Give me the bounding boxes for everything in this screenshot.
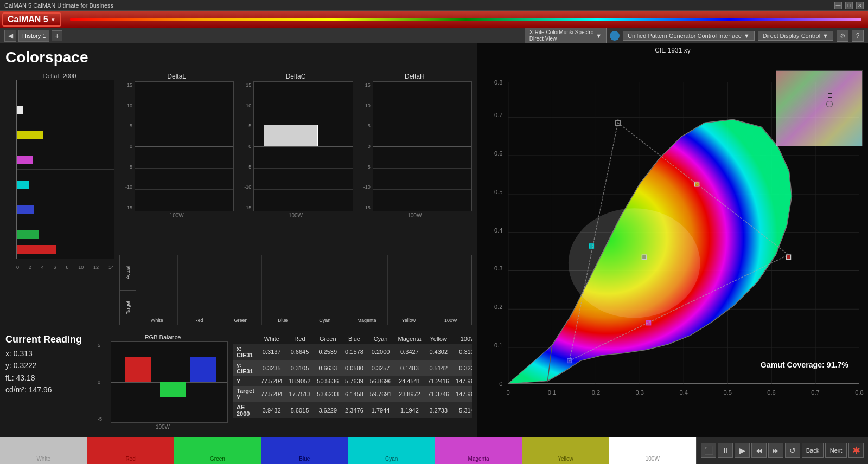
logo-dropdown-arrow: ▼ [50, 17, 56, 23]
svg-text:0.4: 0.4 [680, 389, 688, 396]
row-label: Target Y [233, 386, 258, 402]
star-button[interactable]: ✱ [848, 443, 864, 458]
deltaL-bottom-label: 100W [119, 212, 234, 218]
row-label: Y [233, 376, 258, 386]
deltaC-white-bar [264, 125, 318, 146]
col-blue: Blue [342, 334, 367, 344]
device3-dropdown-icon: ▼ [822, 33, 828, 39]
reading-x: x: 0.313 [5, 347, 92, 359]
swatch-blue-label: Blue [278, 315, 288, 325]
tab-bar: ◀ History 1 + X-Rite ColorMunki SpectroD… [0, 28, 868, 43]
cell-value: 147.9622 [452, 386, 472, 402]
cell-value: 0.2539 [314, 344, 342, 360]
nav-back-button[interactable]: ◀ [4, 30, 16, 42]
strip-magenta[interactable]: Magenta [435, 437, 522, 464]
device3-selector[interactable]: Direct Display Control ▼ [758, 31, 833, 41]
strip-100w[interactable]: 100W [609, 437, 696, 464]
table-row: ΔE 20003.94325.60153.62292.34761.79441.1… [233, 402, 472, 418]
bottom-controls: ⬛ ⏸ ▶ ⏮ ⏭ ↺ Back Next ✱ [696, 437, 868, 464]
title-text: CalMAN 5 CalMAN Ultimate for Business [4, 2, 113, 9]
tab-history-1[interactable]: History 1 [18, 30, 49, 42]
strip-red[interactable]: Red [87, 437, 174, 464]
table-row: y: CIE310.32350.31050.66330.05800.32570.… [233, 360, 472, 376]
cell-value: 71.2416 [424, 376, 452, 386]
svg-text:0.8: 0.8 [494, 79, 502, 86]
cell-value: 0.1483 [395, 360, 425, 376]
cell-value: 0.3130 [452, 344, 472, 360]
svg-text:0.6: 0.6 [494, 150, 502, 157]
rgb-balance-chart-area [111, 341, 228, 423]
title-bar-controls: — □ ✕ [834, 2, 864, 9]
device1-label: X-Rite ColorMunki SpectroDirect View [529, 29, 593, 42]
play-button[interactable]: ▶ [735, 443, 750, 458]
swatch-100w-label: 100W [444, 315, 457, 325]
svg-text:0.3: 0.3 [636, 389, 644, 396]
rgb-green-bar [160, 382, 186, 397]
svg-text:0.5: 0.5 [723, 389, 731, 396]
device2-dropdown-icon: ▼ [744, 33, 750, 39]
strip-yellow-label: Yellow [558, 456, 573, 462]
deltae-bar-cyan [17, 180, 114, 190]
settings-button[interactable]: ⚙ [837, 30, 848, 42]
device1-selector[interactable]: X-Rite ColorMunki SpectroDirect View ▼ [525, 28, 607, 44]
cell-value: 5.3148 [452, 402, 472, 418]
strip-green[interactable]: Green [174, 437, 261, 464]
svg-text:0.8: 0.8 [855, 389, 863, 396]
deltaL-title: DeltaL [119, 73, 234, 80]
svg-text:0.4: 0.4 [494, 227, 502, 234]
deltae-chart-container: 0 2 4 6 8 10 12 14 [5, 80, 114, 270]
next-skip-button[interactable]: ⏭ [768, 443, 783, 458]
deltaL-chart-area [135, 81, 234, 211]
help-button[interactable]: ? [852, 30, 864, 42]
strip-cyan-label: Cyan [385, 456, 398, 462]
col-magenta: Magenta [395, 334, 425, 344]
cell-value: 77.5204 [258, 386, 286, 402]
cell-value: 18.9052 [286, 376, 314, 386]
swatch-white: White [136, 255, 178, 325]
back-button[interactable]: Back [802, 443, 824, 458]
charts-row: DeltaE 2000 [5, 73, 472, 325]
prev-button[interactable]: ⏮ [751, 443, 767, 458]
pause-button[interactable]: ⏸ [718, 443, 733, 458]
deltae-x-axis: 0 2 4 6 8 10 12 14 [16, 265, 114, 270]
title-bar: CalMAN 5 CalMAN Ultimate for Business — … [0, 0, 868, 11]
table-body: x: CIE310.31370.66450.25390.15780.20000.… [233, 344, 472, 418]
close-button[interactable]: ✕ [856, 2, 864, 9]
col-red: Red [286, 334, 314, 344]
svg-text:0.5: 0.5 [494, 189, 502, 195]
deltae-label: DeltaE 2000 [5, 73, 114, 79]
swatch-red: Red [178, 255, 220, 325]
cell-value: 0.3137 [258, 344, 286, 360]
svg-point-38 [569, 208, 700, 318]
strip-blue[interactable]: Blue [261, 437, 348, 464]
maximize-button[interactable]: □ [845, 2, 853, 9]
row-label: y: CIE31 [233, 360, 258, 376]
swatch-magenta: Magenta [346, 255, 388, 325]
strip-white[interactable]: White [0, 437, 87, 464]
strip-yellow[interactable]: Yellow [522, 437, 609, 464]
calman-logo[interactable]: CalMAN 5 ▼ [2, 12, 61, 27]
cie-mini-preview [776, 70, 863, 146]
cell-value: 0.0580 [342, 360, 367, 376]
rgb-blue-bar [190, 357, 216, 382]
cell-value: 2.3476 [342, 402, 367, 418]
next-button[interactable]: Next [825, 443, 847, 458]
cell-value: 17.7513 [286, 386, 314, 402]
cell-value: 59.7691 [367, 386, 395, 402]
strip-cyan[interactable]: Cyan [348, 437, 435, 464]
connection-status-dot [610, 31, 620, 41]
cell-value: 6.1458 [342, 386, 367, 402]
table-row: x: CIE310.31370.66450.25390.15780.20000.… [233, 344, 472, 360]
device3-label: Direct Display Control [763, 33, 820, 39]
device2-selector[interactable]: Unified Pattern Generator Control Interf… [623, 31, 755, 41]
swatch-red-label: Red [194, 315, 203, 325]
tab-add-button[interactable]: + [52, 30, 62, 41]
reading-title: Current Reading [5, 334, 92, 345]
cell-value: 0.6645 [286, 344, 314, 360]
svg-text:0.7: 0.7 [494, 112, 502, 118]
svg-text:0.2: 0.2 [494, 304, 502, 310]
refresh-button[interactable]: ↺ [785, 443, 800, 458]
minimize-button[interactable]: — [834, 2, 842, 9]
record-button[interactable]: ⬛ [701, 443, 716, 458]
cell-value: 24.4541 [395, 376, 425, 386]
